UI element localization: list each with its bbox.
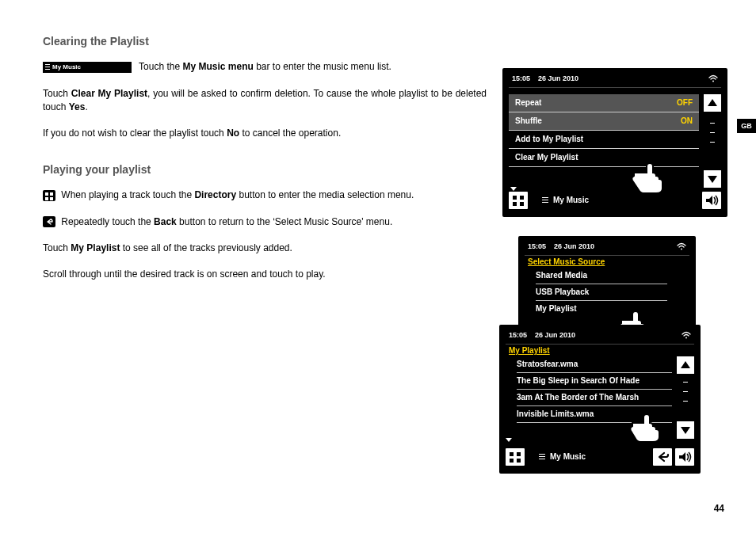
- my-music-bar: My Music: [43, 62, 132, 73]
- scroll-indicator-icon: [510, 187, 517, 191]
- back-icon: [43, 216, 55, 227]
- status-date: 26 Jun 2010: [535, 331, 575, 339]
- paragraph-7: Scroll through until the desired track i…: [43, 268, 487, 281]
- paragraph-1: My Music Touch the My Music menu bar to …: [43, 60, 487, 74]
- menu-item-add-playlist[interactable]: Add to My Playlist: [509, 131, 699, 149]
- paragraph-4: When playing a track touch the Directory…: [43, 188, 487, 202]
- status-time: 15:05: [512, 74, 530, 82]
- status-date: 26 Jun 2010: [538, 74, 578, 82]
- svg-rect-8: [517, 452, 521, 456]
- page-number: 44: [714, 503, 724, 514]
- svg-point-0: [712, 81, 714, 82]
- device-screen-playlist: 15:05 26 Jun 2010 My Playlist Stratosfea…: [499, 325, 701, 474]
- list-item-usb[interactable]: USB Playback: [536, 284, 667, 301]
- status-time: 15:05: [528, 242, 546, 250]
- heading-clearing: Clearing the Playlist: [43, 33, 487, 49]
- paragraph-3: If you do not wish to clear the playlist…: [43, 127, 487, 140]
- menu-item-clear-playlist[interactable]: Clear My Playlist: [509, 149, 699, 167]
- menu-item-repeat[interactable]: Repeat OFF: [509, 94, 699, 112]
- scroll-indicator-icon: [506, 438, 512, 442]
- my-music-bar-bottom[interactable]: My Music: [533, 450, 645, 464]
- wifi-icon: [682, 331, 691, 339]
- svg-rect-7: [510, 452, 514, 456]
- my-music-bar-bottom[interactable]: My Music: [536, 193, 694, 207]
- heading-playing: Playing your playlist: [43, 162, 487, 177]
- speaker-button[interactable]: [702, 192, 721, 209]
- menu-icon: [539, 454, 545, 461]
- directory-button[interactable]: [506, 448, 525, 466]
- status-bar: 15:05 26 Jun 2010: [506, 331, 694, 345]
- svg-rect-4: [520, 202, 524, 206]
- status-date: 26 Jun 2010: [554, 242, 594, 250]
- wifi-icon: [708, 74, 718, 82]
- text-column: Clearing the Playlist My Music Touch the…: [43, 33, 487, 295]
- svg-rect-1: [513, 196, 517, 200]
- paragraph-5: Repeatedly touch the Back button to retu…: [43, 215, 487, 229]
- status-time: 15:05: [509, 331, 527, 339]
- list-item-shared-media[interactable]: Shared Media: [536, 268, 667, 284]
- scroll-up-button[interactable]: [704, 94, 721, 112]
- speaker-button[interactable]: [675, 448, 694, 466]
- list-item-my-playlist[interactable]: My Playlist: [536, 301, 667, 317]
- menu-header-select-source: Select Music Source: [525, 256, 689, 268]
- track-item[interactable]: Invisible Limits.wma: [517, 406, 672, 423]
- directory-icon: [43, 190, 55, 201]
- region-tab: GB: [737, 119, 756, 133]
- paragraph-6: Touch My Playlist to see all of the trac…: [43, 242, 487, 255]
- svg-rect-10: [517, 459, 521, 463]
- scroll-up-button[interactable]: [677, 356, 694, 374]
- wifi-icon: [677, 242, 686, 250]
- menu-item-shuffle[interactable]: Shuffle ON: [509, 112, 699, 131]
- paragraph-2: Touch Clear My Playlist, you will be ask…: [43, 87, 487, 115]
- scroll-down-button[interactable]: [677, 421, 694, 439]
- back-button[interactable]: [653, 448, 672, 466]
- svg-rect-9: [510, 459, 514, 463]
- track-item[interactable]: 3am At The Border of The Marsh: [517, 390, 672, 406]
- menu-header-my-playlist: My Playlist: [506, 345, 694, 356]
- status-bar: 15:05 26 Jun 2010: [509, 74, 721, 88]
- status-bar: 15:05 26 Jun 2010: [525, 242, 689, 256]
- menu-icon: [45, 64, 50, 70]
- scroll-down-button[interactable]: [704, 170, 721, 188]
- svg-point-5: [681, 249, 682, 250]
- svg-point-6: [685, 337, 687, 339]
- directory-button[interactable]: [509, 192, 528, 209]
- track-item[interactable]: The Big Sleep in Search Of Hade: [517, 373, 672, 390]
- menu-icon: [542, 197, 548, 204]
- track-item[interactable]: Stratosfear.wma: [517, 356, 672, 373]
- svg-rect-2: [520, 196, 524, 200]
- svg-rect-3: [513, 202, 517, 206]
- device-screen-music-menu: 15:05 26 Jun 2010 Repeat OFF Shuffle ON …: [502, 68, 727, 217]
